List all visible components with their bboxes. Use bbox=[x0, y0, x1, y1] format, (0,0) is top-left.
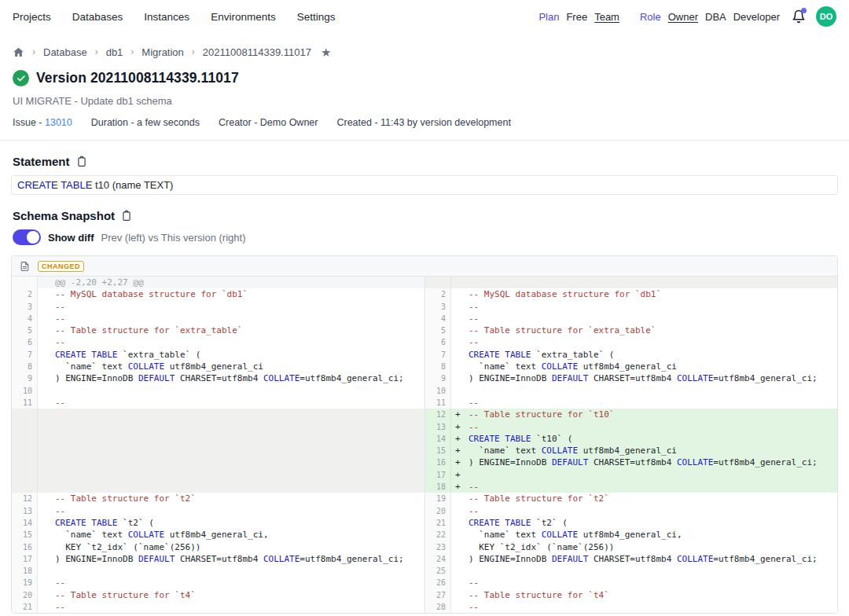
nav-item-databases[interactable]: Databases bbox=[72, 11, 123, 23]
show-diff-label: Show diff bbox=[48, 232, 94, 244]
line-number: 24 bbox=[425, 553, 451, 565]
code-text: -- bbox=[464, 577, 837, 588]
show-diff-toggle[interactable] bbox=[13, 229, 41, 245]
diff-line: 8 `name` text COLLATE utf8mb4_general_ci bbox=[425, 361, 837, 372]
diff-line: 12-- Table structure for `t2` bbox=[12, 493, 424, 504]
diff-marker bbox=[38, 589, 50, 601]
code-text: ) ENGINE=InnoDB DEFAULT CHARSET=utf8mb4 … bbox=[464, 372, 837, 384]
diff-line bbox=[12, 469, 424, 481]
plan-team-link[interactable]: Team bbox=[594, 11, 619, 23]
role-label: Role bbox=[640, 11, 661, 23]
diff-marker bbox=[451, 601, 464, 613]
diff-marker bbox=[38, 577, 50, 588]
success-check-icon bbox=[13, 70, 29, 86]
diff-marker bbox=[451, 288, 464, 300]
diff-marker bbox=[38, 601, 50, 613]
diff-marker bbox=[451, 493, 464, 504]
diff-right-pane[interactable]: 2-- MySQL database structure for `db1`3-… bbox=[424, 277, 837, 613]
line-number bbox=[12, 456, 38, 468]
nav-item-environments[interactable]: Environments bbox=[211, 11, 276, 23]
line-number: 21 bbox=[425, 517, 451, 529]
diff-marker bbox=[38, 288, 50, 300]
copy-statement-icon[interactable] bbox=[76, 156, 87, 167]
breadcrumb-db1[interactable]: db1 bbox=[106, 46, 123, 58]
code-text: -- MySQL database structure for `db1` bbox=[50, 288, 424, 300]
diff-line: 11-- bbox=[12, 397, 424, 409]
breadcrumb-version[interactable]: 20211008114339.11017 bbox=[203, 46, 311, 58]
diff-marker bbox=[38, 301, 50, 313]
diff-marker bbox=[38, 541, 50, 553]
diff-line: 19-- bbox=[12, 577, 424, 588]
diff-line: 25 bbox=[425, 565, 837, 577]
diff-marker bbox=[38, 433, 50, 445]
nav-item-projects[interactable]: Projects bbox=[13, 11, 51, 23]
diff-line: 3-- bbox=[425, 301, 837, 313]
code-text: -- Table structure for `t4` bbox=[50, 589, 424, 601]
line-number: 17 bbox=[12, 553, 38, 565]
diff-marker bbox=[38, 493, 50, 504]
home-icon[interactable] bbox=[13, 46, 24, 58]
breadcrumb-database[interactable]: Database bbox=[43, 46, 87, 58]
line-number: 9 bbox=[425, 372, 451, 384]
line-number: 3 bbox=[12, 301, 38, 313]
line-number bbox=[12, 409, 38, 420]
line-number: 19 bbox=[425, 493, 451, 504]
diff-marker: + bbox=[451, 421, 464, 433]
code-text bbox=[50, 421, 424, 433]
sql-keyword: CREATE TABLE bbox=[17, 179, 92, 191]
diff-marker bbox=[38, 336, 50, 348]
changed-status-badge: CHANGED bbox=[38, 261, 84, 272]
line-number: 20 bbox=[425, 505, 451, 517]
diff-line: @@ -2,20 +2,27 @@ bbox=[12, 277, 424, 288]
migration-meta: Issue - 13010 Duration - a few seconds C… bbox=[0, 117, 849, 128]
nav-item-instances[interactable]: Instances bbox=[144, 11, 189, 23]
code-text bbox=[464, 385, 837, 397]
issue-link[interactable]: 13010 bbox=[45, 117, 72, 128]
diff-marker: + bbox=[451, 433, 464, 445]
diff-line: 20-- bbox=[425, 505, 837, 517]
breadcrumb-migration[interactable]: Migration bbox=[142, 46, 183, 58]
line-number: 7 bbox=[12, 349, 38, 361]
diff-line bbox=[12, 409, 424, 420]
diff-marker: + bbox=[451, 469, 464, 481]
favorite-star-icon[interactable]: ★ bbox=[321, 46, 331, 58]
diff-marker bbox=[451, 541, 464, 553]
version-title-row: Version 20211008114339.11017 bbox=[0, 70, 849, 86]
diff-line: 4-- bbox=[12, 313, 424, 324]
role-owner-link[interactable]: Owner bbox=[668, 11, 698, 23]
code-text bbox=[50, 445, 424, 456]
diff-line: 11-- bbox=[425, 397, 837, 409]
line-number: 17 bbox=[425, 469, 451, 481]
line-number: 13 bbox=[425, 421, 451, 433]
diff-line: 16 KEY `t2_idx` (`name`(256)) bbox=[12, 541, 424, 553]
diff-line: 21CREATE TABLE `t2` ( bbox=[425, 517, 837, 529]
diff-marker bbox=[451, 517, 464, 529]
code-text bbox=[50, 481, 424, 493]
top-nav: Projects Databases Instances Environment… bbox=[0, 0, 849, 33]
code-text: `name` text COLLATE utf8mb4_general_ci bbox=[464, 445, 837, 456]
diff-marker bbox=[451, 313, 464, 324]
code-text: -- bbox=[50, 301, 424, 313]
diff-line bbox=[12, 433, 424, 445]
diff-left-pane[interactable]: @@ -2,20 +2,27 @@2-- MySQL database stru… bbox=[12, 277, 424, 613]
code-text bbox=[50, 433, 424, 445]
code-text bbox=[50, 456, 424, 468]
line-number: 28 bbox=[425, 601, 451, 613]
code-text: -- bbox=[464, 601, 837, 613]
diff-line: 5-- Table structure for `extra_table` bbox=[425, 324, 837, 336]
nav-item-settings[interactable]: Settings bbox=[297, 11, 336, 23]
line-number: 12 bbox=[12, 493, 38, 504]
sql-rest: t10 (name TEXT) bbox=[92, 179, 173, 191]
diff-line: 22 `name` text COLLATE utf8mb4_general_c… bbox=[425, 529, 837, 541]
statement-sql[interactable]: CREATE TABLE t10 (name TEXT) bbox=[11, 175, 838, 195]
diff-line: 16+) ENGINE=InnoDB DEFAULT CHARSET=utf8m… bbox=[425, 456, 837, 468]
notification-bell-icon[interactable] bbox=[792, 9, 806, 24]
copy-snapshot-icon[interactable] bbox=[121, 210, 132, 222]
code-text: `name` text COLLATE utf8mb4_general_ci bbox=[464, 361, 837, 372]
breadcrumb: › Database › db1 › Migration › 202110081… bbox=[0, 46, 849, 58]
nav-account-area: Plan Free Team Role Owner DBA Developer … bbox=[538, 6, 836, 27]
show-diff-row: Show diff Prev (left) vs This version (r… bbox=[0, 229, 849, 245]
diff-marker bbox=[451, 589, 464, 601]
user-avatar[interactable]: DO bbox=[816, 6, 836, 27]
diff-line: 14+CREATE TABLE `t10` ( bbox=[425, 433, 837, 445]
